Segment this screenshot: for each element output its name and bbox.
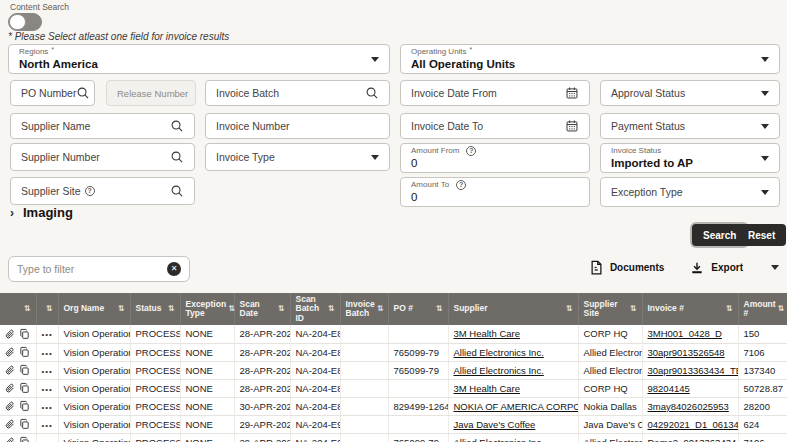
- chevron-right-icon: ›: [10, 206, 14, 220]
- paperclip-icon[interactable]: [5, 328, 15, 340]
- supplier-cell: 3M Health Care: [448, 325, 578, 343]
- sort-icon[interactable]: ⇅: [726, 305, 733, 314]
- table-row: •••Vision OperationsPROCESSEDNONE29-APR-…: [0, 433, 787, 442]
- sort-icon[interactable]: ⇅: [278, 305, 285, 314]
- paperclip-icon[interactable]: [5, 436, 15, 442]
- copy-icon[interactable]: [19, 364, 30, 376]
- row-menu-button[interactable]: •••: [42, 421, 53, 430]
- column-header: Status⇅: [130, 293, 180, 325]
- row-menu-button[interactable]: •••: [42, 385, 53, 394]
- supplier-number-field[interactable]: Supplier Number: [10, 143, 195, 171]
- invoice-link[interactable]: 3MH001_0428_D: [648, 328, 722, 339]
- paperclip-icon[interactable]: [5, 418, 15, 430]
- supplier-link[interactable]: 3M Health Care: [454, 383, 521, 394]
- regions-select[interactable]: Regions* North America: [8, 44, 390, 74]
- export-button[interactable]: Export: [690, 261, 743, 275]
- help-icon[interactable]: ?: [466, 146, 476, 156]
- sort-icon[interactable]: ⇅: [228, 305, 235, 314]
- invoice-link[interactable]: 30apr9013526548: [648, 347, 725, 358]
- paperclip-icon[interactable]: [5, 346, 15, 358]
- chevron-down-icon: [761, 57, 769, 62]
- sort-icon[interactable]: ⇅: [778, 305, 785, 314]
- sort-icon[interactable]: ⇅: [24, 305, 31, 314]
- row-attachments-cell: [0, 379, 36, 397]
- sort-icon[interactable]: ⇅: [46, 305, 53, 314]
- content-search-toggle[interactable]: [8, 13, 42, 31]
- supplier-link[interactable]: NOKIA OF AMERICA CORPORATION: [454, 401, 579, 412]
- imaging-heading: Imaging: [23, 205, 73, 220]
- clear-filter-icon[interactable]: ✕: [167, 262, 181, 276]
- help-icon[interactable]: ?: [456, 180, 466, 190]
- sort-icon[interactable]: ⇅: [328, 305, 335, 314]
- operating-units-select[interactable]: Operating Units* All Operating Units: [400, 44, 780, 74]
- invoice-link[interactable]: 3may84026025953: [648, 401, 729, 412]
- sort-icon[interactable]: ⇅: [436, 305, 443, 314]
- invoice-link[interactable]: 98204145: [648, 383, 690, 394]
- paperclip-icon[interactable]: [5, 364, 15, 376]
- copy-icon[interactable]: [19, 400, 30, 412]
- exception-type-select[interactable]: Exception Type: [600, 177, 780, 207]
- invoice-type-select[interactable]: Invoice Type: [205, 143, 390, 171]
- po-number-cell: 765099-79: [388, 433, 448, 442]
- documents-button[interactable]: Documents: [590, 260, 664, 275]
- row-menu-button[interactable]: •••: [42, 349, 53, 358]
- sort-icon[interactable]: ⇅: [118, 305, 125, 314]
- sort-icon[interactable]: ⇅: [377, 305, 384, 314]
- supplier-link[interactable]: 3M Health Care: [454, 328, 521, 339]
- copy-icon[interactable]: [19, 346, 30, 358]
- row-menu-button[interactable]: •••: [42, 330, 53, 339]
- row-menu-button[interactable]: •••: [42, 367, 53, 376]
- calendar-icon[interactable]: [565, 119, 579, 133]
- supplier-cell: Allied Electronics Inc.: [448, 433, 578, 442]
- search-icon: [76, 86, 90, 100]
- invoice-link[interactable]: 30apr9013363434_TEST: [648, 365, 739, 376]
- invoice-link[interactable]: Demo2_9013363434: [648, 437, 737, 442]
- invoice-number-field[interactable]: Invoice Number: [205, 113, 390, 139]
- calendar-icon[interactable]: [565, 86, 579, 100]
- invoice-link[interactable]: 04292021_D1_061347: [648, 419, 739, 430]
- column-header: ⇅: [0, 293, 36, 325]
- supplier-cell: Allied Electronics Inc.: [448, 343, 578, 361]
- approval-status-select[interactable]: Approval Status: [600, 80, 780, 106]
- row-menu-button[interactable]: •••: [42, 439, 53, 442]
- amount-to-field[interactable]: Amount To? 0: [400, 177, 590, 207]
- supplier-site-field[interactable]: Supplier Site ?: [10, 177, 195, 205]
- sort-icon[interactable]: ⇅: [630, 305, 637, 314]
- payment-status-select[interactable]: Payment Status: [600, 113, 780, 139]
- copy-icon[interactable]: [19, 436, 30, 442]
- sort-icon[interactable]: ⇅: [168, 305, 175, 314]
- supplier-site-cell: CORP HQ: [578, 325, 642, 343]
- po-number-field[interactable]: PO Number: [10, 80, 95, 106]
- field-label: Operating Units*: [411, 47, 472, 57]
- export-menu-chevron-down-icon[interactable]: [771, 265, 779, 270]
- invoice-status-select[interactable]: Invoice Status Imported to AP: [600, 143, 780, 173]
- copy-icon[interactable]: [19, 418, 30, 430]
- copy-icon[interactable]: [19, 382, 30, 394]
- invoice-number-cell: 3MH001_0428_D: [642, 325, 738, 343]
- invoice-batch-field[interactable]: Invoice Batch: [205, 80, 390, 106]
- supplier-link[interactable]: Allied Electronics Inc.: [454, 437, 544, 442]
- paperclip-icon[interactable]: [5, 400, 15, 412]
- paperclip-icon[interactable]: [5, 382, 15, 394]
- scan-batch-id-cell: NA-204-E82: [290, 343, 340, 361]
- supplier-site-cell: Allied Electron: [578, 343, 642, 361]
- sort-icon[interactable]: ⇅: [566, 305, 573, 314]
- supplier-link[interactable]: Java Dave's Coffee: [454, 419, 536, 430]
- scan-date-cell: 29-APR-2021: [234, 415, 290, 433]
- field-label: Invoice Number: [216, 120, 290, 132]
- search-icon: [365, 86, 379, 100]
- row-menu-button[interactable]: •••: [42, 403, 53, 412]
- supplier-link[interactable]: Allied Electronics Inc.: [454, 365, 544, 376]
- row-menu-cell: •••: [36, 433, 58, 442]
- amount-from-field[interactable]: Amount From? 0: [400, 143, 590, 173]
- supplier-link[interactable]: Allied Electronics Inc.: [454, 347, 544, 358]
- imaging-section-toggle[interactable]: › Imaging: [10, 205, 73, 220]
- invoice-date-to-field[interactable]: Invoice Date To: [400, 113, 590, 139]
- help-icon[interactable]: ?: [85, 186, 95, 196]
- supplier-name-field[interactable]: Supplier Name: [10, 113, 195, 139]
- invoice-date-from-field[interactable]: Invoice Date From: [400, 80, 590, 106]
- table-filter-input[interactable]: Type to filter ✕: [8, 256, 190, 282]
- required-field-note: * Please Select atleast one field for in…: [8, 31, 229, 42]
- copy-icon[interactable]: [19, 328, 30, 340]
- reset-button[interactable]: Reset: [737, 224, 786, 246]
